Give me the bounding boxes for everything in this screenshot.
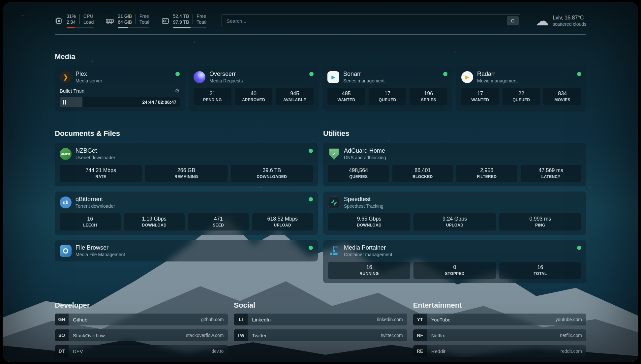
disk-progress-fill <box>173 27 191 28</box>
app-card-overseerr[interactable]: Overseerr Media Requests 21 PENDING 40 A… <box>189 66 319 111</box>
stat-remaining: 266 GB REMAINING <box>145 165 227 182</box>
linkedin-badge: LI <box>234 314 248 325</box>
app-name: Sonarr <box>343 71 384 77</box>
top-bar: 31% 2.94 CPU Load <box>55 13 586 28</box>
middle-columns: Documents & Files nzbget NZBGet Usenet d… <box>55 111 586 283</box>
adguard-shield-icon: ✓ <box>328 148 340 160</box>
cpu-value: 31% <box>67 13 76 19</box>
developer-column: Developer GH Github github.com SO StackO… <box>55 283 228 357</box>
disk-free-value: 52.4 TB <box>173 13 189 19</box>
app-subtitle: Usenet downloader <box>76 155 115 160</box>
stat-series: 196 SERIES <box>410 88 447 105</box>
weather-location: Lviv, 16.87°C <box>553 15 586 21</box>
gear-icon[interactable]: ⚙ <box>175 87 180 94</box>
app-card-adguard[interactable]: ✓ AdGuard Home DNS and adblocking 498,56… <box>323 143 586 186</box>
status-dot <box>309 72 314 76</box>
app-subtitle: Series management <box>343 78 384 83</box>
app-subtitle: Torrent downloader <box>76 203 115 209</box>
app-card-speedtest[interactable]: Speedtest Speedtest Tracking 9.65 Gbps D… <box>323 192 586 235</box>
stat-pending: 21 PENDING <box>194 88 231 105</box>
stat-ping: 0.993 ms PING <box>499 213 581 230</box>
disk-total-value: 97.9 TB <box>173 19 189 25</box>
dev-badge: DT <box>55 345 69 357</box>
portainer-crane-icon <box>328 245 340 257</box>
cpu-icon <box>55 17 63 25</box>
link-linkedin[interactable]: LI LinkedIn linkedin.com <box>234 314 407 325</box>
documents-column: Documents & Files nzbget NZBGet Usenet d… <box>55 111 318 261</box>
app-card-filebrowser[interactable]: File Browser Media File Management <box>55 240 318 261</box>
app-card-nzbget[interactable]: nzbget NZBGet Usenet downloader 744.21 M… <box>55 143 318 186</box>
search-input[interactable] <box>222 15 520 27</box>
stat-blocked: 86,401 BLOCKED <box>392 165 453 182</box>
dashboard-screen: 31% 2.94 CPU Load <box>3 2 638 362</box>
app-card-qbittorrent[interactable]: qb qBittorrent Torrent downloader 16 LEE… <box>55 192 318 235</box>
memory-widget: 21 GiB 64 GiB Free Total <box>106 13 149 28</box>
nzbget-icon: nzbget <box>60 148 72 160</box>
status-dot <box>175 72 180 76</box>
social-column: Social LI LinkedIn linkedin.com TW Twitt… <box>234 283 407 341</box>
search-engine-button[interactable]: G <box>507 16 519 25</box>
memory-progress-fill <box>118 27 128 28</box>
disk-icon <box>161 17 169 25</box>
app-card-portainer[interactable]: Media Portainer Container management 16 … <box>323 240 586 283</box>
memory-icon <box>106 16 114 25</box>
app-name: Radarr <box>477 71 518 77</box>
disk-progress-bar <box>173 27 206 28</box>
twitter-badge: TW <box>234 329 248 341</box>
utilities-column: Utilities ✓ AdGuard Home DNS and adblock… <box>323 111 586 283</box>
link-stackoverflow[interactable]: SO StackOverflow stackoverflow.com <box>55 329 228 341</box>
app-card-sonarr[interactable]: ▶ Sonarr Series management 485 WANTED 17 <box>322 66 452 111</box>
stat-downloaded: 39.6 TB DOWNLOADED <box>231 165 313 182</box>
app-name: Media Portainer <box>344 244 392 251</box>
link-reddit[interactable]: RE Reddit reddit.com <box>413 345 586 357</box>
stat-queries: 498,564 QUERIES <box>328 165 389 182</box>
memory-free-value: 21 GiB <box>118 13 132 19</box>
cpu-widget: 31% 2.94 CPU Load <box>55 13 94 28</box>
status-dot <box>577 72 581 76</box>
section-title-entertainment: Entertainment <box>413 301 586 310</box>
header-divider <box>55 34 586 35</box>
app-name: File Browser <box>76 244 125 251</box>
status-dot <box>577 246 581 250</box>
link-netflix[interactable]: NF Netflix netflix.com <box>413 329 586 341</box>
stat-wanted: 485 WANTED <box>327 88 365 105</box>
stat-queued: 22 QUEUED <box>503 88 540 105</box>
section-title-developer: Developer <box>55 301 228 310</box>
link-dev[interactable]: DT DEV dev.to <box>55 345 228 357</box>
app-subtitle: Media server <box>76 78 102 83</box>
app-card-plex[interactable]: ❯ Plex Media server Bullet Train ⚙ 24:44… <box>55 66 185 111</box>
plex-icon: ❯ <box>60 71 72 83</box>
radarr-icon: ▶ <box>461 71 473 83</box>
filebrowser-ring <box>63 248 68 254</box>
disk-free-label: Free <box>197 13 206 19</box>
app-name: Speedtest <box>344 196 383 203</box>
app-card-radarr[interactable]: ▶ Radarr Movie management 17 WANTED 22 <box>456 66 586 111</box>
stat-queued: 17 QUEUED <box>369 88 407 105</box>
link-github[interactable]: GH Github github.com <box>55 314 228 325</box>
cpu-load-value: 2.94 <box>67 19 76 25</box>
app-subtitle: Speedtest Tracking <box>344 203 383 209</box>
stat-latency: 47.569 ms LATENCY <box>521 165 582 182</box>
app-name: Overseerr <box>209 71 243 77</box>
playback-progress-bar[interactable]: 24:44 / 02:06:47 <box>60 97 180 107</box>
cpu-load-label: Load <box>83 19 94 25</box>
link-twitter[interactable]: TW Twitter twitter.com <box>234 329 407 341</box>
pause-icon[interactable] <box>63 100 66 105</box>
stat-rate: 744.21 Mbps RATE <box>60 165 142 182</box>
stat-filtered: 2,956 FILTERED <box>456 165 517 182</box>
stat-upload: 618.52 Mbps UPLOAD <box>252 213 313 230</box>
qbittorrent-icon: qb <box>60 197 72 208</box>
app-name: AdGuard Home <box>344 147 386 154</box>
memory-progress-bar <box>118 27 149 28</box>
bookmarks-grid: Developer GH Github github.com SO StackO… <box>55 283 586 357</box>
separator <box>79 14 80 24</box>
section-title-media: Media <box>55 52 586 61</box>
app-name: Plex <box>76 71 102 77</box>
stat-download: 9.65 Gbps DOWNLOAD <box>328 213 410 230</box>
now-playing-title: Bullet Train <box>60 88 84 94</box>
status-dot <box>309 246 313 250</box>
stat-stopped: 0 STOPPED <box>413 262 496 279</box>
stat-movies: 834 MOVIES <box>543 88 581 105</box>
speedtest-pulse-icon <box>328 197 340 208</box>
link-youtube[interactable]: YT YouTube youtube.com <box>413 314 586 325</box>
